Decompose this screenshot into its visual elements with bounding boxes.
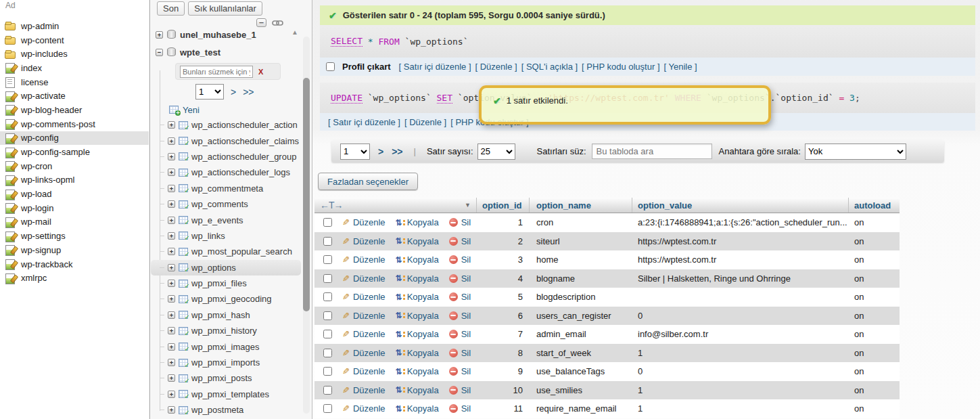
- next-page-button[interactable]: >: [378, 146, 383, 157]
- copy-link[interactable]: ⇅ Kopyala: [396, 385, 439, 395]
- expand-icon[interactable]: +: [168, 232, 175, 240]
- row-checkbox[interactable]: [323, 218, 332, 227]
- nav-table-item[interactable]: + wp_pmxi_images: [151, 338, 301, 354]
- delete-link[interactable]: Sil: [449, 292, 471, 302]
- nav-table-label[interactable]: wp_actionscheduler_group: [191, 152, 296, 162]
- row-checkbox[interactable]: [323, 367, 332, 376]
- expand-icon[interactable]: +: [168, 217, 175, 224]
- file-list-item[interactable]: wp-login: [0, 201, 149, 215]
- expand-icon[interactable]: +: [168, 374, 175, 382]
- tree-next-page-link[interactable]: >: [231, 87, 236, 97]
- file-list-item[interactable]: wp-links-opml: [0, 173, 149, 188]
- nav-table-item[interactable]: + wp_pmxi_posts: [151, 370, 301, 386]
- nav-table-item[interactable]: + wp_pmxi_files: [151, 275, 301, 291]
- file-list-item[interactable]: wp-settings: [0, 229, 149, 243]
- table-search-input[interactable]: [592, 144, 712, 159]
- tree-filter-input[interactable]: [180, 66, 253, 78]
- file-list-item[interactable]: wp-mail: [0, 215, 149, 229]
- expand-icon[interactable]: +: [168, 311, 175, 319]
- column-nav-icon[interactable]: ←T→: [320, 200, 343, 211]
- edit-label[interactable]: Düzenle: [353, 329, 386, 339]
- query-action-anchor[interactable]: Satır içi düzenle: [404, 62, 467, 72]
- row-checkbox[interactable]: [323, 386, 332, 395]
- nav-table-item[interactable]: + wp_actionscheduler_action: [151, 117, 301, 133]
- nav-table-label[interactable]: wp_options: [191, 263, 236, 273]
- edit-link[interactable]: ✎ Düzenle: [342, 348, 386, 358]
- query-action-link[interactable]: [ Satır içi düzenle ]: [399, 62, 471, 72]
- expand-icon[interactable]: +: [168, 200, 175, 208]
- delete-link[interactable]: Sil: [449, 255, 471, 265]
- tree-last-page-link[interactable]: >>: [243, 87, 254, 97]
- nav-table-label[interactable]: wp_links: [191, 231, 225, 241]
- nav-table-label[interactable]: wp_pmxi_files: [191, 278, 247, 288]
- copy-label[interactable]: Kopyala: [407, 217, 439, 227]
- file-list-item[interactable]: wp-trackback: [0, 257, 149, 271]
- copy-link[interactable]: ⇅ Kopyala: [396, 255, 439, 265]
- copy-label[interactable]: Kopyala: [407, 385, 439, 395]
- db-label[interactable]: unel_muhasebe_1: [180, 30, 256, 40]
- copy-link[interactable]: ⇅ Kopyala: [396, 311, 439, 321]
- delete-label[interactable]: Sil: [461, 292, 471, 302]
- delete-label[interactable]: Sil: [461, 403, 471, 414]
- expand-icon[interactable]: +: [168, 295, 175, 303]
- file-list-item[interactable]: index: [0, 61, 149, 75]
- copy-label[interactable]: Kopyala: [407, 403, 439, 414]
- expand-icon[interactable]: +: [168, 153, 175, 160]
- edit-label[interactable]: Düzenle: [353, 273, 386, 284]
- row-checkbox[interactable]: [323, 330, 332, 338]
- row-checkbox[interactable]: [323, 311, 332, 320]
- nav-table-label[interactable]: wp_pmxi_templates: [191, 389, 269, 399]
- nav-table-item[interactable]: + wp_comments: [151, 196, 301, 212]
- nav-table-label[interactable]: wp_most_popular_search: [191, 246, 292, 257]
- nav-table-label[interactable]: wp_pmxi_posts: [191, 373, 252, 383]
- expand-icon[interactable]: +: [168, 185, 175, 192]
- expand-icon[interactable]: +: [168, 248, 175, 255]
- expand-icon[interactable]: +: [168, 343, 175, 351]
- column-header-option-name[interactable]: option_name: [536, 200, 591, 211]
- copy-link[interactable]: ⇅ Kopyala: [396, 403, 439, 414]
- delete-label[interactable]: Sil: [461, 273, 471, 284]
- delete-link[interactable]: Sil: [449, 273, 471, 284]
- query-action-anchor[interactable]: SQL'i açıkla: [526, 62, 573, 72]
- expand-icon[interactable]: +: [168, 121, 175, 129]
- nav-table-item[interactable]: + wp_most_popular_search: [151, 244, 301, 259]
- edit-link[interactable]: ✎ Düzenle: [342, 311, 386, 321]
- delete-label[interactable]: Sil: [461, 311, 471, 321]
- file-list-item[interactable]: wp-config-sample: [0, 145, 149, 159]
- expand-icon[interactable]: +: [168, 169, 175, 176]
- delete-link[interactable]: Sil: [449, 329, 471, 339]
- delete-label[interactable]: Sil: [461, 385, 471, 395]
- nav-table-label[interactable]: wp_pmxi_images: [191, 342, 259, 352]
- query-action-link[interactable]: [ Düzenle ]: [404, 117, 446, 127]
- db-item-unel-muhasebe[interactable]: + unel_muhasebe_1: [151, 26, 301, 43]
- query-action-link[interactable]: [ SQL'i açıkla ]: [521, 62, 578, 72]
- nav-table-item[interactable]: + wp_actionscheduler_logs: [151, 164, 301, 180]
- new-table-item[interactable]: Yeni: [169, 102, 301, 117]
- options-dropdown-icon[interactable]: ▼: [465, 202, 471, 208]
- delete-label[interactable]: Sil: [461, 348, 471, 358]
- edit-label[interactable]: Düzenle: [353, 292, 386, 302]
- edit-label[interactable]: Düzenle: [353, 311, 386, 321]
- edit-link[interactable]: ✎ Düzenle: [342, 255, 386, 265]
- edit-link[interactable]: ✎ Düzenle: [342, 385, 386, 395]
- copy-label[interactable]: Kopyala: [407, 366, 439, 376]
- copy-link[interactable]: ⇅ Kopyala: [396, 236, 439, 246]
- expand-icon[interactable]: +: [168, 406, 175, 414]
- query-action-link[interactable]: [ Satır içi düzenle ]: [328, 117, 400, 127]
- nav-table-label[interactable]: wp_postmeta: [191, 405, 243, 415]
- nav-table-item[interactable]: + wp_commentmeta: [151, 181, 301, 196]
- column-header-autoload[interactable]: autoload: [854, 200, 891, 211]
- expand-icon[interactable]: +: [168, 359, 175, 366]
- nav-table-item[interactable]: + wp_pmxi_history: [151, 323, 301, 338]
- db-label[interactable]: wpte_test: [180, 47, 220, 58]
- file-list-item[interactable]: license: [0, 75, 149, 89]
- column-header-option-value[interactable]: option_value: [638, 200, 692, 211]
- edit-label[interactable]: Düzenle: [353, 403, 386, 414]
- page-select[interactable]: 1: [340, 144, 370, 160]
- row-checkbox[interactable]: [323, 255, 332, 264]
- new-table-label[interactable]: Yeni: [183, 105, 200, 115]
- copy-link[interactable]: ⇅ Kopyala: [396, 329, 439, 339]
- file-list-item[interactable]: wp-includes: [0, 47, 149, 61]
- edit-link[interactable]: ✎ Düzenle: [342, 403, 386, 414]
- delete-link[interactable]: Sil: [449, 366, 471, 376]
